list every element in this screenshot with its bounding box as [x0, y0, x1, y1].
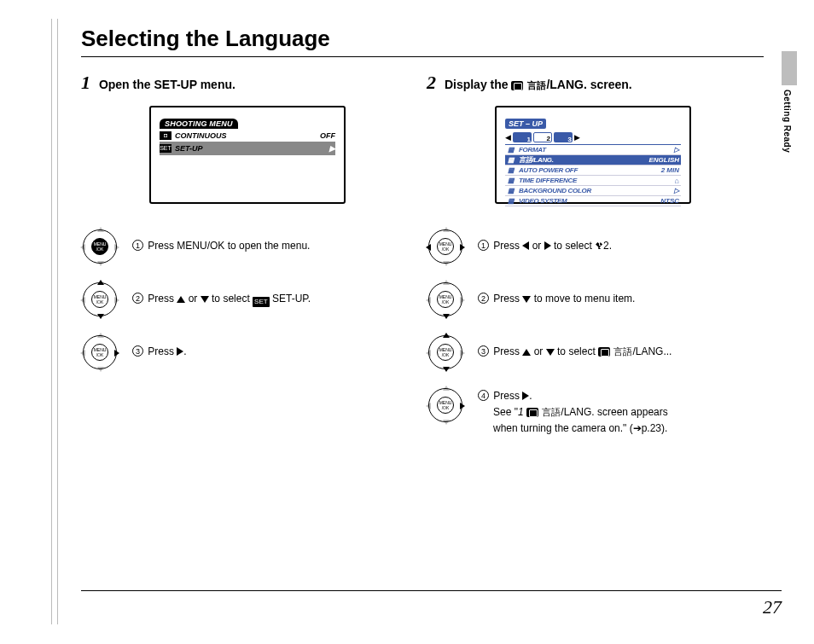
step-1-column: 1 Open the SET-UP menu. SHOOTING MENU ◘ … — [81, 72, 414, 386]
instruction-row: MENU/OK 2 Press to move to menu item. — [427, 281, 759, 318]
section-tab — [782, 51, 797, 85]
section-label: Getting Ready — [782, 90, 792, 153]
instruction-row: MENU/OK 3 Press . — [81, 334, 414, 371]
instruction-text: 1 Press or to select 2. — [478, 228, 612, 254]
tab-number: 2 — [547, 135, 550, 142]
instruction-text: 4 Press . See "1 言語/LANG. screen appears… — [478, 386, 668, 438]
text: or — [185, 293, 200, 305]
circled-number: 4 — [478, 390, 489, 401]
text: .. — [666, 345, 672, 357]
binding-margin — [51, 19, 58, 624]
instruction-row: MENU/OK 1 Press MENU/OK to open the menu… — [81, 228, 414, 265]
instruction-row: MENU/OK 4 Press . See "1 言語/LANG. screen… — [427, 386, 759, 438]
dpad-icon: MENU/OK — [81, 334, 119, 371]
lcd-row-value: ▶ — [329, 144, 335, 153]
dpad-icon: MENU/OK — [427, 334, 464, 371]
setup-row: ▦BACKGROUND COLOR▷ — [505, 186, 681, 196]
page-number: 27 — [763, 596, 782, 618]
dpad-icon: MENU/OK — [427, 228, 464, 265]
down-arrow-icon — [546, 349, 555, 356]
step-1-heading: 1 Open the SET-UP menu. — [81, 72, 414, 94]
text: Press — [493, 345, 522, 357]
instruction-row: MENU/OK 2 Press or to select SET SET-UP. — [81, 281, 414, 318]
dpad-icon: MENU/OK — [427, 281, 464, 318]
text: screen. — [587, 78, 632, 91]
text: . — [609, 240, 612, 252]
text: Press — [493, 390, 522, 402]
setup-row: ▦AUTO POWER OFF2 MIN — [505, 165, 681, 176]
circled-number: 2 — [132, 293, 143, 304]
text: 2 — [603, 240, 609, 252]
circled-number: 3 — [478, 345, 489, 357]
text: . — [183, 345, 186, 357]
title-rule — [81, 56, 764, 57]
instruction-row: MENU/OK 1 Press or to select 2. — [427, 228, 759, 265]
lcd-row-value: OFF — [320, 131, 335, 140]
text: Press — [148, 345, 177, 357]
wrench-icon — [595, 241, 603, 250]
instruction-text: 3 Press . — [132, 334, 187, 360]
text: See " — [493, 406, 518, 418]
step-2-heading: 2 Display the 言語/LANG. screen. — [427, 72, 759, 94]
text: /LANG. — [561, 406, 594, 418]
text: /LANG. — [546, 78, 586, 91]
text: or — [529, 240, 544, 252]
page-title: Selecting the Language — [81, 26, 330, 52]
lcd-row: ◘ CONTINUOUS OFF — [160, 130, 335, 142]
text: . — [529, 390, 532, 402]
lang-badge-icon — [511, 81, 523, 90]
kanji-text: 言語 — [542, 407, 561, 417]
up-arrow-icon — [522, 349, 531, 356]
tab-number: 1 — [527, 136, 531, 143]
lcd-row-selected: SET SET-UP ▶ — [160, 142, 335, 154]
text: screen appears — [595, 406, 668, 418]
step-number: 1 — [81, 72, 90, 93]
down-arrow-icon — [201, 296, 209, 303]
setup-row: ▦TIME DIFFERENCE⌂ — [505, 176, 681, 186]
setup-row-selected: ▦言語/LANG.ENGLISH — [505, 155, 681, 165]
text: Press — [493, 293, 522, 305]
right-arrow-icon — [544, 241, 551, 250]
step-1-heading-text: Open the SET-UP menu. — [99, 78, 235, 91]
instruction-row: MENU/OK 3 Press or to select 言語/LANG... — [427, 334, 759, 371]
up-arrow-icon — [177, 296, 185, 303]
step-2-column: 2 Display the 言語/LANG. screen. SET – UP … — [427, 72, 759, 453]
lcd-row-label: SET-UP — [175, 144, 326, 153]
setup-row: ▦VIDEO SYSTEMNTSC — [505, 196, 681, 206]
text: to select — [209, 293, 253, 305]
kanji-text: 言語 — [613, 346, 632, 357]
set-badge-icon: SET — [253, 297, 270, 307]
text: Press — [493, 240, 522, 252]
lcd-row-icon: ◘ — [160, 131, 172, 140]
circled-number: 1 — [478, 240, 489, 251]
down-arrow-icon — [522, 296, 531, 303]
text: Press — [148, 293, 177, 305]
lcd-row-label: CONTINUOUS — [175, 131, 317, 140]
lang-badge-icon — [526, 408, 538, 417]
lcd-tab-label: SHOOTING MENU — [160, 119, 238, 129]
footer-rule — [81, 590, 782, 591]
step-1-lcd: SHOOTING MENU ◘ CONTINUOUS OFF SET SET-U… — [149, 106, 346, 204]
kanji-text: 言語 — [527, 80, 546, 90]
setup-tabs: ◀ 1 2 3 ▶ — [505, 132, 681, 142]
circled-number: 2 — [478, 293, 489, 304]
tab-number: 3 — [568, 136, 572, 143]
dpad-icon: MENU/OK — [81, 281, 119, 318]
reference-number: 1 — [518, 406, 524, 418]
text: to select — [555, 345, 598, 357]
text: or — [531, 345, 545, 357]
instruction-text: 2 Press to move to menu item. — [478, 281, 635, 307]
text: when turning the camera on." (➔p.23). — [478, 421, 668, 437]
text: /LANG. — [632, 345, 666, 357]
text: to select — [551, 240, 595, 252]
lang-badge-icon — [598, 347, 610, 357]
dpad-icon: MENU/OK — [81, 228, 119, 265]
setup-row: ▦FORMAT▷ — [505, 145, 681, 155]
setup-title: SET – UP — [505, 119, 546, 129]
lcd-row-icon: SET — [160, 144, 172, 153]
step-number: 2 — [427, 72, 436, 93]
step-2-lcd: SET – UP ◀ 1 2 3 ▶ ▦FORMAT▷ ▦言語/LANG.ENG… — [495, 106, 691, 204]
text: SET-UP. — [270, 293, 311, 305]
instruction-text: 3 Press or to select 言語/LANG... — [478, 334, 672, 360]
circled-number: 3 — [132, 345, 143, 357]
